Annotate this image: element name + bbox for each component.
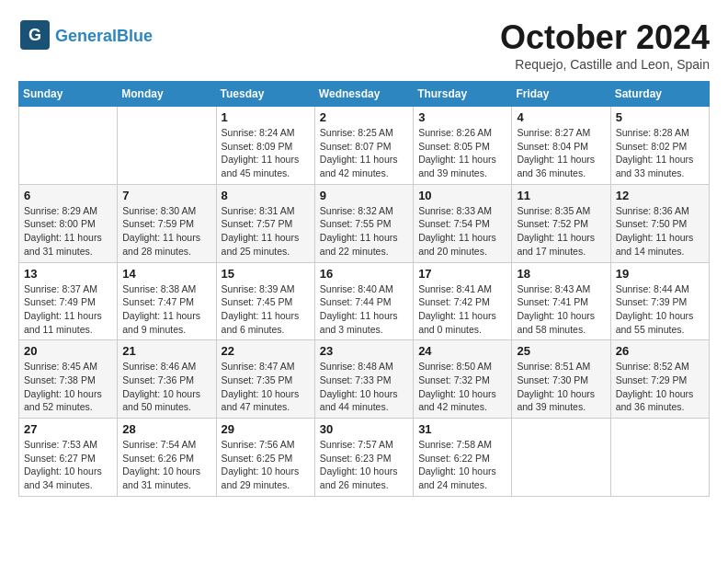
calendar-cell: 21Sunrise: 8:46 AM Sunset: 7:36 PM Dayli… (118, 340, 216, 419)
days-of-week-row: SundayMondayTuesdayWednesdayThursdayFrid… (19, 82, 710, 107)
day-number: 5 (616, 110, 704, 124)
calendar-cell: 26Sunrise: 8:52 AM Sunset: 7:29 PM Dayli… (610, 340, 709, 419)
calendar-cell: 20Sunrise: 8:45 AM Sunset: 7:38 PM Dayli… (19, 340, 118, 419)
day-detail: Sunrise: 8:26 AM Sunset: 8:05 PM Dayligh… (418, 126, 506, 180)
calendar-table: SundayMondayTuesdayWednesdayThursdayFrid… (18, 81, 710, 497)
day-number: 25 (517, 344, 605, 358)
calendar-cell: 10Sunrise: 8:33 AM Sunset: 7:54 PM Dayli… (414, 184, 512, 262)
day-number: 2 (320, 110, 408, 124)
day-number: 21 (122, 344, 210, 358)
week-row-1: 1Sunrise: 8:24 AM Sunset: 8:09 PM Daylig… (19, 107, 710, 185)
calendar-cell: 7Sunrise: 8:30 AM Sunset: 7:59 PM Daylig… (118, 184, 216, 262)
svg-text:G: G (28, 26, 41, 44)
day-number: 6 (24, 189, 112, 202)
calendar-cell (118, 107, 216, 185)
dow-header-monday: Monday (118, 82, 216, 107)
calendar-cell: 28Sunrise: 7:54 AM Sunset: 6:26 PM Dayli… (118, 419, 216, 497)
day-number: 31 (418, 422, 506, 436)
day-number: 22 (222, 344, 310, 358)
day-number: 24 (418, 344, 506, 358)
day-number: 20 (24, 344, 112, 358)
logo-line2: Blue (117, 27, 153, 45)
day-number: 3 (418, 110, 506, 124)
day-detail: Sunrise: 8:38 AM Sunset: 7:47 PM Dayligh… (122, 282, 210, 337)
month-title: October 2024 (500, 18, 710, 57)
day-detail: Sunrise: 8:30 AM Sunset: 7:59 PM Dayligh… (122, 204, 210, 259)
day-detail: Sunrise: 8:29 AM Sunset: 8:00 PM Dayligh… (24, 204, 112, 259)
calendar-cell: 9Sunrise: 8:32 AM Sunset: 7:55 PM Daylig… (314, 184, 413, 262)
day-detail: Sunrise: 8:45 AM Sunset: 7:38 PM Dayligh… (24, 360, 112, 414)
calendar-cell: 30Sunrise: 7:57 AM Sunset: 6:23 PM Dayli… (314, 419, 413, 497)
day-detail: Sunrise: 8:35 AM Sunset: 7:52 PM Dayligh… (517, 204, 605, 259)
dow-header-saturday: Saturday (610, 82, 709, 107)
day-number: 11 (517, 189, 605, 202)
day-number: 9 (320, 189, 408, 202)
calendar-cell: 19Sunrise: 8:44 AM Sunset: 7:39 PM Dayli… (610, 262, 709, 340)
calendar-cell: 8Sunrise: 8:31 AM Sunset: 7:57 PM Daylig… (216, 184, 314, 262)
calendar-cell: 11Sunrise: 8:35 AM Sunset: 7:52 PM Dayli… (512, 184, 610, 262)
day-detail: Sunrise: 8:47 AM Sunset: 7:35 PM Dayligh… (222, 360, 310, 414)
dow-header-thursday: Thursday (414, 82, 512, 107)
day-detail: Sunrise: 8:46 AM Sunset: 7:36 PM Dayligh… (122, 360, 210, 414)
logo-icon: G (18, 18, 51, 52)
location-title: Requejo, Castille and Leon, Spain (500, 57, 710, 72)
calendar-cell: 23Sunrise: 8:48 AM Sunset: 7:33 PM Dayli… (314, 340, 413, 419)
day-number: 17 (418, 267, 506, 281)
day-number: 26 (616, 344, 704, 358)
calendar-cell: 16Sunrise: 8:40 AM Sunset: 7:44 PM Dayli… (314, 262, 413, 340)
day-number: 28 (122, 422, 210, 436)
calendar-cell: 22Sunrise: 8:47 AM Sunset: 7:35 PM Dayli… (216, 340, 314, 419)
day-detail: Sunrise: 8:28 AM Sunset: 8:02 PM Dayligh… (616, 126, 704, 180)
day-detail: Sunrise: 8:43 AM Sunset: 7:41 PM Dayligh… (517, 282, 605, 337)
week-row-5: 27Sunrise: 7:53 AM Sunset: 6:27 PM Dayli… (19, 419, 710, 497)
day-detail: Sunrise: 7:57 AM Sunset: 6:23 PM Dayligh… (320, 438, 408, 492)
day-number: 14 (122, 267, 210, 281)
calendar-cell: 1Sunrise: 8:24 AM Sunset: 8:09 PM Daylig… (216, 107, 314, 185)
day-detail: Sunrise: 8:36 AM Sunset: 7:50 PM Dayligh… (616, 204, 704, 259)
day-number: 15 (222, 267, 310, 281)
week-row-4: 20Sunrise: 8:45 AM Sunset: 7:38 PM Dayli… (19, 340, 710, 419)
day-detail: Sunrise: 8:32 AM Sunset: 7:55 PM Dayligh… (320, 204, 408, 259)
calendar-cell: 25Sunrise: 8:51 AM Sunset: 7:30 PM Dayli… (512, 340, 610, 419)
calendar-cell: 24Sunrise: 8:50 AM Sunset: 7:32 PM Dayli… (414, 340, 512, 419)
calendar-cell (610, 419, 709, 497)
day-detail: Sunrise: 8:52 AM Sunset: 7:29 PM Dayligh… (616, 360, 704, 414)
day-detail: Sunrise: 8:33 AM Sunset: 7:54 PM Dayligh… (418, 204, 506, 259)
day-number: 1 (222, 110, 310, 124)
page-header: G GeneralBlue October 2024 Requejo, Cast… (18, 18, 710, 72)
day-number: 8 (222, 189, 310, 202)
day-detail: Sunrise: 7:58 AM Sunset: 6:22 PM Dayligh… (418, 438, 506, 492)
day-detail: Sunrise: 8:37 AM Sunset: 7:49 PM Dayligh… (24, 282, 112, 337)
day-number: 16 (320, 267, 408, 281)
day-number: 13 (24, 267, 112, 281)
day-detail: Sunrise: 8:50 AM Sunset: 7:32 PM Dayligh… (418, 360, 506, 414)
week-row-3: 13Sunrise: 8:37 AM Sunset: 7:49 PM Dayli… (19, 262, 710, 340)
calendar-cell: 5Sunrise: 8:28 AM Sunset: 8:02 PM Daylig… (610, 107, 709, 185)
calendar-cell (19, 107, 118, 185)
day-detail: Sunrise: 8:24 AM Sunset: 8:09 PM Dayligh… (222, 126, 310, 180)
day-number: 19 (616, 267, 704, 281)
calendar-cell: 17Sunrise: 8:41 AM Sunset: 7:42 PM Dayli… (414, 262, 512, 340)
calendar-cell: 29Sunrise: 7:56 AM Sunset: 6:25 PM Dayli… (216, 419, 314, 497)
logo-line1: General (55, 27, 117, 45)
day-detail: Sunrise: 7:54 AM Sunset: 6:26 PM Dayligh… (122, 438, 210, 492)
day-detail: Sunrise: 8:40 AM Sunset: 7:44 PM Dayligh… (320, 282, 408, 337)
calendar-body: 1Sunrise: 8:24 AM Sunset: 8:09 PM Daylig… (19, 107, 710, 497)
calendar-cell: 12Sunrise: 8:36 AM Sunset: 7:50 PM Dayli… (610, 184, 709, 262)
day-number: 7 (122, 189, 210, 202)
day-number: 12 (616, 189, 704, 202)
calendar-cell: 6Sunrise: 8:29 AM Sunset: 8:00 PM Daylig… (19, 184, 118, 262)
dow-header-tuesday: Tuesday (216, 82, 314, 107)
day-detail: Sunrise: 8:44 AM Sunset: 7:39 PM Dayligh… (616, 282, 704, 337)
dow-header-friday: Friday (512, 82, 610, 107)
calendar-cell: 18Sunrise: 8:43 AM Sunset: 7:41 PM Dayli… (512, 262, 610, 340)
day-detail: Sunrise: 8:31 AM Sunset: 7:57 PM Dayligh… (222, 204, 310, 259)
day-number: 30 (320, 422, 408, 436)
day-number: 27 (24, 422, 112, 436)
day-number: 18 (517, 267, 605, 281)
calendar-cell: 15Sunrise: 8:39 AM Sunset: 7:45 PM Dayli… (216, 262, 314, 340)
calendar-cell (512, 419, 610, 497)
calendar-cell: 3Sunrise: 8:26 AM Sunset: 8:05 PM Daylig… (414, 107, 512, 185)
dow-header-sunday: Sunday (19, 82, 118, 107)
dow-header-wednesday: Wednesday (314, 82, 413, 107)
